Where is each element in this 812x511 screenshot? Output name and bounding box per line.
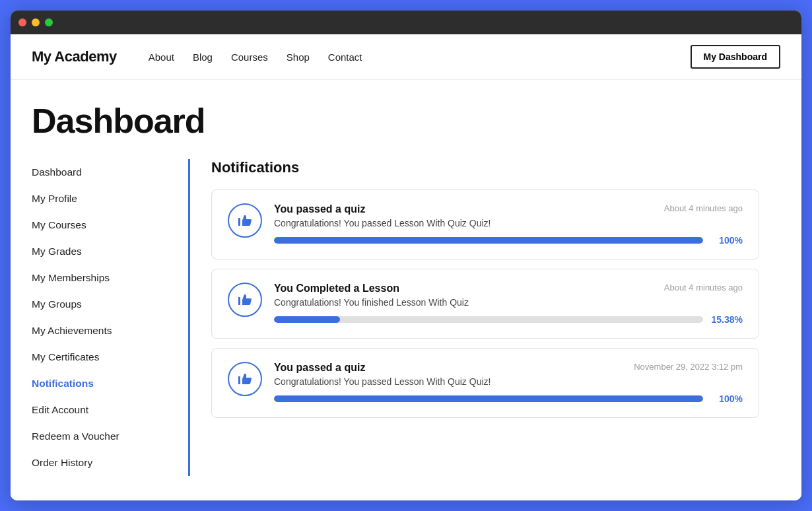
sidebar-item-dashboard[interactable]: Dashboard (32, 159, 188, 186)
notification-icon-1 (228, 203, 262, 238)
progress-pct-1: 100% (711, 235, 743, 246)
notification-time-1: About 4 minutes ago (664, 203, 743, 213)
notification-desc-1: Congratulations! You passed Lesson With … (274, 218, 743, 228)
nav-about[interactable]: About (149, 51, 174, 63)
progress-bar-bg-1 (274, 237, 703, 244)
notification-card-2: You Completed a Lesson Congratulations! … (211, 269, 759, 339)
notification-card-3: You passed a quiz Congratulations! You p… (211, 348, 759, 418)
nav-contact[interactable]: Contact (328, 51, 362, 63)
notification-time-3: November 29, 2022 3:12 pm (634, 362, 743, 372)
main-area: Dashboard Dashboard My Profile My Course… (11, 80, 801, 476)
sidebar-item-my-courses[interactable]: My Courses (32, 212, 188, 238)
header: My Academy About Blog Courses Shop Conta… (11, 34, 801, 80)
progress-pct-2: 15.38% (711, 314, 743, 325)
nav-shop[interactable]: Shop (287, 51, 310, 63)
app-window: My Academy About Blog Courses Shop Conta… (11, 11, 801, 500)
notification-time-2: About 4 minutes ago (664, 283, 743, 292)
close-dot[interactable] (18, 18, 26, 26)
main-nav: About Blog Courses Shop Contact (149, 51, 362, 63)
maximize-dot[interactable] (45, 18, 53, 26)
notification-desc-2: Congratulations! You finished Lesson Wit… (274, 297, 743, 308)
my-dashboard-button[interactable]: My Dashboard (691, 45, 780, 69)
progress-bar-fill-2 (274, 316, 340, 323)
sidebar: Dashboard My Profile My Courses My Grade… (32, 159, 190, 476)
progress-bar-bg-3 (274, 395, 703, 402)
progress-bar-fill-3 (274, 395, 703, 402)
page-title: Dashboard (32, 101, 780, 141)
thumbs-up-icon-1 (237, 213, 253, 228)
notification-desc-3: Congratulations! You passed Lesson With … (274, 376, 743, 387)
thumbs-up-icon-3 (237, 371, 253, 387)
progress-bar-fill-1 (274, 237, 703, 244)
sidebar-item-my-profile[interactable]: My Profile (32, 186, 188, 212)
sidebar-item-my-memberships[interactable]: My Memberships (32, 265, 188, 291)
content-layout: Dashboard My Profile My Courses My Grade… (32, 159, 780, 476)
site-logo[interactable]: My Academy (32, 48, 117, 65)
nav-courses[interactable]: Courses (231, 51, 268, 63)
progress-pct-3: 100% (711, 393, 743, 404)
sidebar-item-redeem-voucher[interactable]: Redeem a Voucher (32, 423, 188, 450)
notification-icon-2 (228, 283, 262, 317)
sidebar-item-order-history[interactable]: Order History (32, 450, 188, 476)
sidebar-item-my-achievements[interactable]: My Achievements (32, 318, 188, 344)
header-right: My Dashboard (691, 45, 780, 69)
app-content: My Academy About Blog Courses Shop Conta… (11, 34, 801, 500)
nav-blog[interactable]: Blog (193, 51, 213, 63)
notification-card-1: You passed a quiz Congratulations! You p… (211, 189, 759, 259)
sidebar-item-my-groups[interactable]: My Groups (32, 291, 188, 318)
progress-row-3: 100% (274, 393, 743, 404)
titlebar (11, 11, 801, 34)
minimize-dot[interactable] (32, 18, 40, 26)
sidebar-item-my-certificates[interactable]: My Certificates (32, 344, 188, 370)
notifications-area: Notifications You passed a quiz Congratu… (190, 159, 780, 476)
notification-icon-3 (228, 362, 262, 396)
progress-row-2: 15.38% (274, 314, 743, 325)
sidebar-item-my-grades[interactable]: My Grades (32, 238, 188, 265)
progress-bar-bg-2 (274, 316, 703, 323)
progress-row-1: 100% (274, 235, 743, 246)
sidebar-item-edit-account[interactable]: Edit Account (32, 397, 188, 423)
thumbs-up-icon-2 (237, 292, 253, 308)
sidebar-item-notifications[interactable]: Notifications (32, 370, 188, 397)
section-title: Notifications (211, 159, 759, 176)
